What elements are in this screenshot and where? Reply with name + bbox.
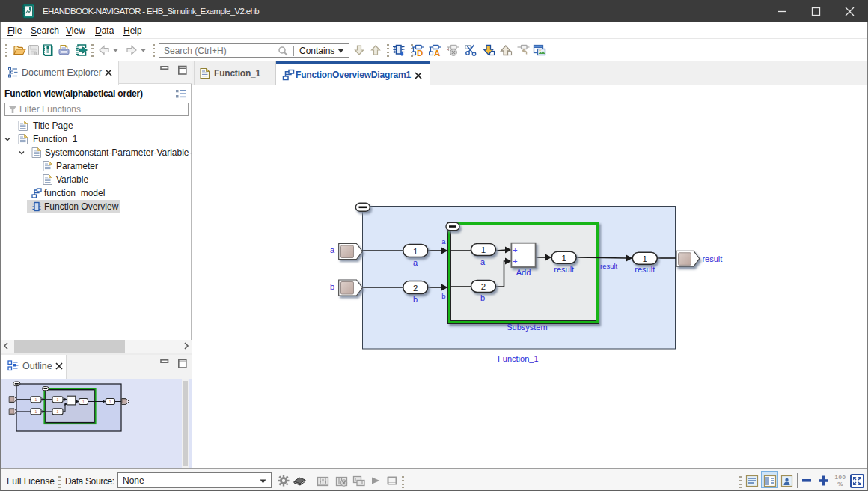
svg-text:Function_1: Function_1 [498,354,538,363]
svg-text:2: 2 [413,284,418,293]
svg-text:1: 1 [35,409,37,414]
svg-text:1: 1 [82,400,85,404]
svg-text:b: b [330,282,334,291]
svg-text:1: 1 [561,254,566,263]
svg-text:b: b [441,292,445,300]
svg-text:1: 1 [109,400,111,404]
svg-text:b: b [413,295,418,304]
svg-text:+: + [513,257,517,266]
svg-text:+: + [513,246,517,254]
svg-text:result: result [635,265,655,274]
svg-text:a: a [413,258,418,267]
svg-text:1: 1 [413,247,418,256]
svg-text:Subsystem: Subsystem [507,323,547,332]
svg-text:D: D [417,49,423,57]
svg-text:a: a [480,257,486,266]
svg-text:1: 1 [57,397,59,402]
svg-text:2: 2 [481,282,486,291]
svg-text:1: 1 [35,397,37,402]
svg-text:1: 1 [481,246,486,254]
svg-text:a: a [441,237,446,246]
svg-text:b: b [480,293,485,302]
svg-text:result: result [554,265,574,274]
svg-text:Add: Add [516,268,531,277]
svg-text:result: result [600,262,618,270]
svg-text:1: 1 [57,409,59,414]
svg-text:a: a [330,246,335,254]
svg-text:result: result [702,254,722,263]
svg-text:1: 1 [643,254,647,263]
svg-text:A: A [434,49,440,57]
